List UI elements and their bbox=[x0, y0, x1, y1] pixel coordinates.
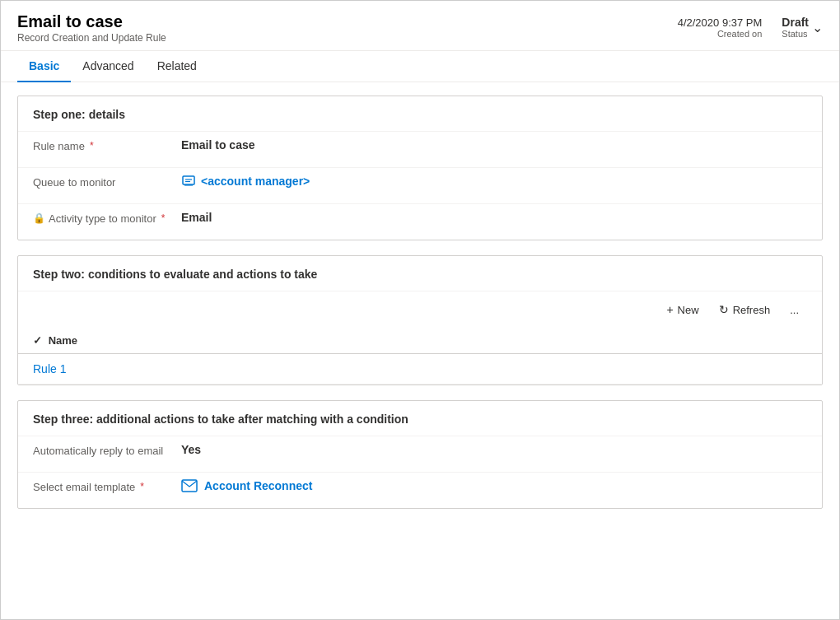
rule-name-value: Email to case bbox=[181, 138, 807, 152]
step-two-section: Step two: conditions to evaluate and act… bbox=[17, 255, 823, 385]
name-column-header: ✓ Name bbox=[18, 328, 822, 354]
page-header: Email to case Record Creation and Update… bbox=[1, 1, 839, 51]
queue-to-monitor-label: Queue to monitor bbox=[33, 175, 181, 189]
email-template-value: Account Reconnect bbox=[181, 479, 807, 492]
queue-to-monitor-row: Queue to monitor <account manager> bbox=[18, 167, 822, 203]
refresh-icon: ↻ bbox=[719, 303, 729, 316]
step-three-section: Step three: additional actions to take a… bbox=[17, 400, 823, 509]
table-row[interactable]: Rule 1 bbox=[18, 354, 822, 385]
status-label: Status bbox=[782, 29, 807, 39]
tab-related[interactable]: Related bbox=[146, 51, 208, 82]
activity-type-label: 🔒 Activity type to monitor * bbox=[33, 211, 181, 225]
rule-1-cell[interactable]: Rule 1 bbox=[18, 354, 822, 385]
activity-type-row: 🔒 Activity type to monitor * Email bbox=[18, 203, 822, 240]
email-template-icon bbox=[181, 479, 198, 492]
header-created-on: 4/2/2020 9:37 PM Created on bbox=[678, 16, 763, 39]
email-template-label: Select email template * bbox=[33, 479, 181, 493]
header-left: Email to case Record Creation and Update… bbox=[17, 11, 166, 44]
activity-type-value: Email bbox=[181, 211, 807, 224]
new-button-label: New bbox=[678, 304, 699, 316]
rule-name-row: Rule name * Email to case bbox=[18, 131, 822, 167]
header-right: 4/2/2020 9:37 PM Created on Draft Status… bbox=[678, 16, 823, 39]
activity-type-required: * bbox=[161, 212, 166, 224]
auto-reply-value: Yes bbox=[181, 443, 807, 456]
tab-basic[interactable]: Basic bbox=[17, 51, 71, 82]
step-three-title: Step three: additional actions to take a… bbox=[18, 401, 822, 436]
step-one-section: Step one: details Rule name * Email to c… bbox=[17, 96, 823, 240]
auto-reply-row: Automatically reply to email Yes bbox=[18, 436, 822, 472]
more-button[interactable]: ... bbox=[782, 299, 807, 321]
created-on-label: Created on bbox=[717, 29, 762, 39]
refresh-button[interactable]: ↻ Refresh bbox=[711, 298, 779, 321]
rule-name-label: Rule name * bbox=[33, 138, 181, 152]
email-template-row: Select email template * Account Reconnec… bbox=[18, 472, 822, 508]
header-status[interactable]: Draft Status ⌄ bbox=[782, 16, 823, 39]
step-two-title: Step two: conditions to evaluate and act… bbox=[18, 256, 822, 291]
created-on-date: 4/2/2020 9:37 PM bbox=[678, 16, 763, 29]
queue-link[interactable]: <account manager> bbox=[201, 175, 310, 188]
new-button[interactable]: + New bbox=[658, 298, 707, 321]
email-template-required: * bbox=[140, 481, 144, 492]
check-icon: ✓ bbox=[33, 334, 42, 347]
chevron-down-icon[interactable]: ⌄ bbox=[812, 20, 823, 35]
svg-rect-4 bbox=[182, 480, 197, 492]
svg-rect-0 bbox=[183, 176, 194, 184]
tabs-bar: Basic Advanced Related bbox=[1, 51, 839, 82]
conditions-table: ✓ Name Rule 1 bbox=[18, 328, 822, 385]
status-col: Draft Status bbox=[782, 16, 809, 39]
step-one-title: Step one: details bbox=[18, 96, 822, 131]
lock-icon: 🔒 bbox=[33, 212, 45, 224]
plus-icon: + bbox=[666, 303, 673, 316]
page-subtitle: Record Creation and Update Rule bbox=[17, 32, 166, 44]
auto-reply-label: Automatically reply to email bbox=[33, 443, 181, 457]
page-title: Email to case bbox=[17, 11, 166, 32]
tab-advanced[interactable]: Advanced bbox=[71, 51, 145, 82]
status-text: Draft bbox=[782, 16, 809, 29]
email-template-link[interactable]: Account Reconnect bbox=[204, 479, 312, 492]
step-two-toolbar: + New ↻ Refresh ... bbox=[18, 291, 822, 328]
ellipsis-icon: ... bbox=[790, 304, 799, 316]
refresh-button-label: Refresh bbox=[733, 304, 771, 316]
rule-name-required: * bbox=[90, 140, 94, 152]
main-content: Step one: details Rule name * Email to c… bbox=[1, 82, 839, 619]
queue-icon bbox=[181, 175, 196, 188]
queue-to-monitor-value: <account manager> bbox=[181, 175, 807, 188]
